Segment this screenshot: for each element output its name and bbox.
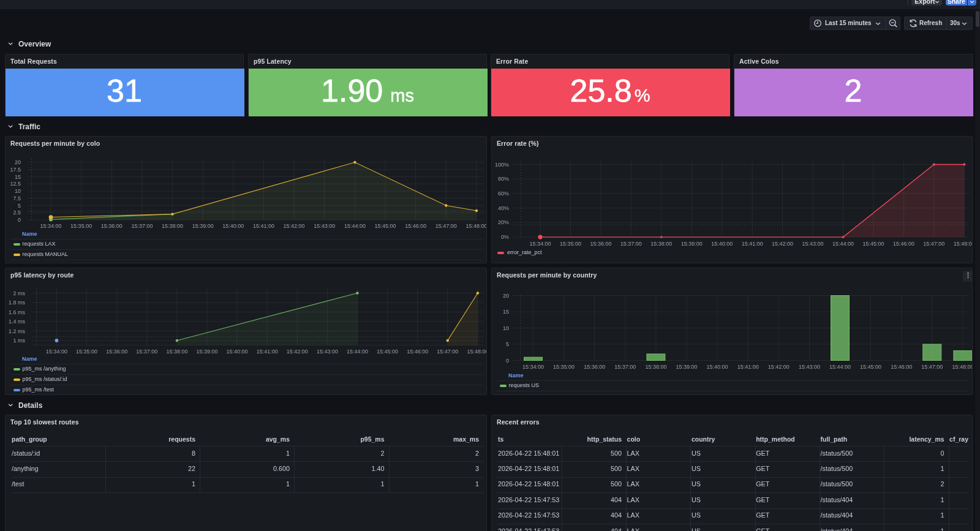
svg-text:15:39:00: 15:39:00 <box>192 223 214 229</box>
svg-text:15:46:00: 15:46:00 <box>405 223 426 229</box>
svg-text:15:37:00: 15:37:00 <box>131 223 153 229</box>
svg-text:2.5: 2.5 <box>13 209 21 216</box>
svg-text:15:44:00: 15:44:00 <box>344 223 366 229</box>
svg-text:10: 10 <box>503 325 509 331</box>
svg-text:15:43:00: 15:43:00 <box>802 241 824 247</box>
svg-text:15:42:00: 15:42:00 <box>284 223 305 229</box>
svg-text:15:35:00: 15:35:00 <box>553 364 575 370</box>
svg-text:15:36:00: 15:36:00 <box>101 223 123 229</box>
svg-text:15:42:00: 15:42:00 <box>772 241 793 247</box>
svg-text:15:46:00: 15:46:00 <box>893 241 914 247</box>
svg-text:15:41:00: 15:41:00 <box>257 348 278 355</box>
svg-text:0%: 0% <box>501 234 509 240</box>
svg-text:100%: 100% <box>495 162 509 168</box>
svg-text:15:39:00: 15:39:00 <box>681 241 703 247</box>
svg-text:0: 0 <box>18 217 21 223</box>
svg-text:15:47:00: 15:47:00 <box>435 223 457 229</box>
svg-text:1.8 ms: 1.8 ms <box>9 299 26 306</box>
svg-text:15:37:00: 15:37:00 <box>620 241 642 247</box>
svg-text:15:35:00: 15:35:00 <box>70 223 92 229</box>
svg-text:15:47:00: 15:47:00 <box>921 364 943 370</box>
svg-text:0: 0 <box>506 358 509 364</box>
svg-text:15:48:00: 15:48:00 <box>466 223 487 229</box>
svg-text:17.5: 17.5 <box>10 167 21 173</box>
svg-text:2 ms: 2 ms <box>13 290 25 296</box>
svg-text:15:46:00: 15:46:00 <box>407 348 428 355</box>
svg-text:15:39:00: 15:39:00 <box>196 348 217 355</box>
svg-text:15:34:00: 15:34:00 <box>46 348 67 355</box>
svg-text:1.2 ms: 1.2 ms <box>9 328 26 334</box>
svg-text:15:45:00: 15:45:00 <box>860 364 881 370</box>
svg-text:15: 15 <box>15 174 21 180</box>
svg-text:15:37:00: 15:37:00 <box>614 364 636 370</box>
svg-text:15:42:00: 15:42:00 <box>287 348 308 355</box>
svg-text:60%: 60% <box>498 190 509 197</box>
svg-text:15:44:00: 15:44:00 <box>832 241 854 247</box>
svg-text:80%: 80% <box>498 176 509 182</box>
svg-text:15:48:00: 15:48:00 <box>954 241 973 247</box>
svg-text:15:41:00: 15:41:00 <box>742 241 763 247</box>
svg-text:15:48:00: 15:48:00 <box>467 348 487 355</box>
svg-text:5: 5 <box>506 341 509 347</box>
svg-text:15:48:00: 15:48:00 <box>952 364 973 370</box>
svg-text:1.6 ms: 1.6 ms <box>9 309 26 315</box>
svg-text:20: 20 <box>15 159 21 165</box>
svg-text:15:38:00: 15:38:00 <box>166 348 187 355</box>
svg-text:15:40:00: 15:40:00 <box>711 241 733 247</box>
svg-text:15:37:00: 15:37:00 <box>136 348 157 355</box>
svg-text:15:40:00: 15:40:00 <box>222 223 244 229</box>
svg-text:5: 5 <box>18 203 21 209</box>
svg-text:15:42:00: 15:42:00 <box>768 364 790 370</box>
svg-text:40%: 40% <box>498 205 509 211</box>
svg-text:15:38:00: 15:38:00 <box>645 364 666 370</box>
svg-text:15:44:00: 15:44:00 <box>829 364 851 370</box>
svg-text:1.4 ms: 1.4 ms <box>9 318 26 325</box>
svg-text:20%: 20% <box>498 219 509 225</box>
svg-text:15:34:00: 15:34:00 <box>522 364 544 370</box>
svg-text:15:38:00: 15:38:00 <box>650 241 672 247</box>
svg-text:20: 20 <box>503 293 509 299</box>
svg-text:15:36:00: 15:36:00 <box>106 348 127 355</box>
svg-text:15:44:00: 15:44:00 <box>347 348 368 355</box>
svg-text:10: 10 <box>15 188 21 194</box>
svg-text:15:46:00: 15:46:00 <box>891 364 912 370</box>
svg-text:15:34:00: 15:34:00 <box>529 241 551 247</box>
svg-text:15:45:00: 15:45:00 <box>375 223 396 229</box>
svg-text:15:40:00: 15:40:00 <box>227 348 248 355</box>
svg-text:15:45:00: 15:45:00 <box>862 241 884 247</box>
svg-text:1 ms: 1 ms <box>13 337 25 344</box>
svg-text:15:43:00: 15:43:00 <box>314 223 335 229</box>
svg-text:15: 15 <box>503 309 509 315</box>
svg-text:15:34:00: 15:34:00 <box>40 223 61 229</box>
svg-text:15:35:00: 15:35:00 <box>560 241 581 247</box>
svg-text:15:35:00: 15:35:00 <box>76 348 97 355</box>
svg-text:15:40:00: 15:40:00 <box>707 364 728 370</box>
svg-text:15:36:00: 15:36:00 <box>590 241 611 247</box>
svg-text:15:43:00: 15:43:00 <box>799 364 820 370</box>
svg-text:15:41:00: 15:41:00 <box>737 364 759 370</box>
svg-text:15:41:00: 15:41:00 <box>253 223 274 229</box>
svg-text:7.5: 7.5 <box>13 195 21 201</box>
svg-text:15:38:00: 15:38:00 <box>162 223 183 229</box>
svg-text:15:47:00: 15:47:00 <box>923 241 944 247</box>
svg-text:15:45:00: 15:45:00 <box>377 348 398 355</box>
svg-text:15:43:00: 15:43:00 <box>317 348 338 355</box>
svg-text:15:39:00: 15:39:00 <box>676 364 697 370</box>
svg-text:12.5: 12.5 <box>10 181 21 187</box>
svg-text:15:47:00: 15:47:00 <box>437 348 458 355</box>
svg-text:15:36:00: 15:36:00 <box>584 364 605 370</box>
